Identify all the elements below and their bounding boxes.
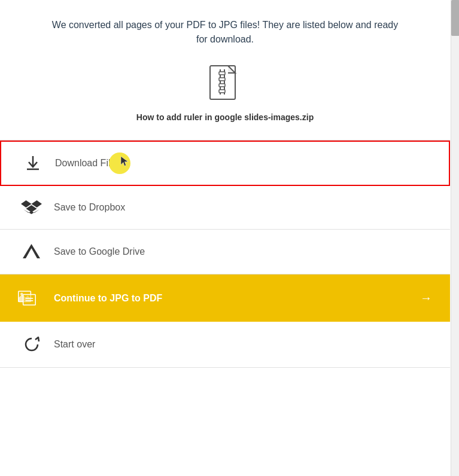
gdrive-label: Save to Google Drive <box>54 246 145 257</box>
continue-arrow-icon: → <box>420 291 432 305</box>
zip-file-icon <box>207 65 243 106</box>
save-to-gdrive-button[interactable]: Save to Google Drive <box>0 230 450 274</box>
download-file-button[interactable]: Download File <box>0 141 450 186</box>
header-description: We converted all pages of your PDF to JP… <box>45 18 405 47</box>
cursor-icon <box>120 155 130 172</box>
file-info: How to add ruler in google slides-images… <box>18 65 432 122</box>
download-icon <box>19 155 46 172</box>
scrollbar-thumb[interactable] <box>451 0 459 36</box>
jpg-pdf-icon <box>18 288 45 309</box>
continue-left: Continue to JPG to PDF <box>18 288 162 309</box>
filename-label: How to add ruler in google slides-images… <box>136 112 314 122</box>
gdrive-icon <box>18 243 45 261</box>
svg-rect-4 <box>219 78 225 81</box>
continue-button[interactable]: Continue to JPG to PDF → <box>0 274 450 322</box>
svg-rect-5 <box>219 84 225 87</box>
save-to-dropbox-button[interactable]: Save to Dropbox <box>0 186 450 230</box>
start-over-button[interactable]: Start over <box>0 322 450 368</box>
download-label: Download File <box>55 158 115 169</box>
dropbox-icon <box>18 199 45 216</box>
start-over-label: Start over <box>54 339 95 350</box>
dropbox-label: Save to Dropbox <box>54 202 125 213</box>
scrollbar[interactable] <box>451 0 459 476</box>
svg-rect-3 <box>219 72 225 75</box>
svg-rect-6 <box>219 90 225 93</box>
header-section: We converted all pages of your PDF to JP… <box>0 0 450 141</box>
svg-rect-18 <box>23 295 36 305</box>
continue-label: Continue to JPG to PDF <box>54 293 162 304</box>
action-list: Download File Save to Dropbox <box>0 141 450 476</box>
start-over-icon <box>18 335 45 354</box>
